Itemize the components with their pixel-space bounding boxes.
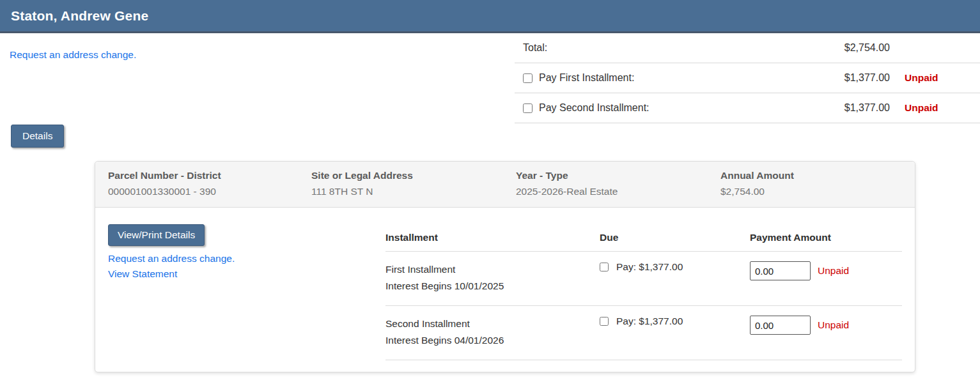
parcel-number-district-col: Parcel Number - District 000001001330001… <box>108 170 311 197</box>
first-installment-status: Unpaid <box>905 72 949 84</box>
first-installment-row-status: Unpaid <box>818 265 849 277</box>
year-type-value: 2025-2026-Real Estate <box>516 186 720 197</box>
first-installment-interest-note: Interest Begins 10/01/2025 <box>385 278 600 294</box>
second-installment-amount: $1,377.00 <box>820 102 890 114</box>
address-change-link-card[interactable]: Request an address change. <box>108 253 385 264</box>
taxpayer-name-bar: Staton, Andrew Gene <box>0 0 980 33</box>
year-type-col: Year - Type 2025-2026-Real Estate <box>516 170 720 197</box>
view-statement-link[interactable]: View Statement <box>108 268 385 280</box>
pay-second-installment-checkbox[interactable] <box>523 103 533 113</box>
second-installment-row-status: Unpaid <box>818 319 849 331</box>
pay-first-installment-checkbox[interactable] <box>523 73 533 83</box>
parcel-number-district-value: 000001001330001 - 390 <box>108 186 311 197</box>
parcel-number-district-label: Parcel Number - District <box>108 170 311 181</box>
parcel-info-header: Parcel Number - District 000001001330001… <box>95 162 915 208</box>
first-installment-name: First Installment <box>385 261 600 278</box>
first-installment-payment-input[interactable] <box>750 261 811 280</box>
totals-table: Total: $2,754.00 Pay First Installment: … <box>515 33 980 123</box>
parcel-actions: View/Print Details Request an address ch… <box>108 224 385 360</box>
second-installment-pay-checkbox[interactable] <box>600 317 609 326</box>
site-legal-address-col: Site or Legal Address 111 8TH ST N <box>311 170 516 197</box>
second-installment-status: Unpaid <box>905 102 949 114</box>
parcel-card: Parcel Number - District 000001001330001… <box>95 161 915 372</box>
due-column-header: Due <box>600 224 750 251</box>
first-installment-amount: $1,377.00 <box>820 72 890 84</box>
site-legal-address-label: Site or Legal Address <box>311 170 516 181</box>
taxpayer-name: Staton, Andrew Gene <box>11 8 148 24</box>
total-label: Total: <box>523 42 547 54</box>
installment-table-header: Installment Due Payment Amount <box>385 224 902 252</box>
pay-second-installment-row: Pay Second Installment: $1,377.00 Unpaid <box>515 93 980 123</box>
first-installment-pay-checkbox[interactable] <box>600 263 609 271</box>
total-amount: $2,754.00 <box>820 42 890 54</box>
site-legal-address-value: 111 8TH ST N <box>311 186 516 197</box>
annual-amount-col: Annual Amount $2,754.00 <box>720 170 902 197</box>
pay-second-installment-label: Pay Second Installment: <box>539 102 649 114</box>
second-installment-due: Pay: $1,377.00 <box>616 316 683 327</box>
details-button[interactable]: Details <box>11 125 64 148</box>
second-installment-name: Second Installment <box>385 316 600 332</box>
summary-section: Request an address change. Total: $2,754… <box>0 33 980 123</box>
year-type-label: Year - Type <box>516 170 720 181</box>
second-installment-payment-input[interactable] <box>750 316 811 335</box>
installment-column-header: Installment <box>385 224 600 251</box>
view-print-details-button[interactable]: View/Print Details <box>108 224 205 246</box>
annual-amount-value: $2,754.00 <box>720 186 902 197</box>
annual-amount-label: Annual Amount <box>720 170 902 181</box>
pay-first-installment-label: Pay First Installment: <box>539 72 634 84</box>
second-installment-table-row: Second Installment Interest Begins 04/01… <box>385 306 902 360</box>
installment-table: Installment Due Payment Amount First Ins… <box>385 224 902 360</box>
payment-amount-column-header: Payment Amount <box>750 224 902 251</box>
parcel-card-body: View/Print Details Request an address ch… <box>95 208 915 372</box>
first-installment-table-row: First Installment Interest Begins 10/01/… <box>385 252 902 306</box>
address-change-link[interactable]: Request an address change. <box>10 49 136 61</box>
pay-first-installment-row: Pay First Installment: $1,377.00 Unpaid <box>515 63 980 93</box>
first-installment-due: Pay: $1,377.00 <box>616 261 683 273</box>
total-row: Total: $2,754.00 <box>515 33 980 63</box>
second-installment-interest-note: Interest Begins 04/01/2026 <box>385 332 600 349</box>
